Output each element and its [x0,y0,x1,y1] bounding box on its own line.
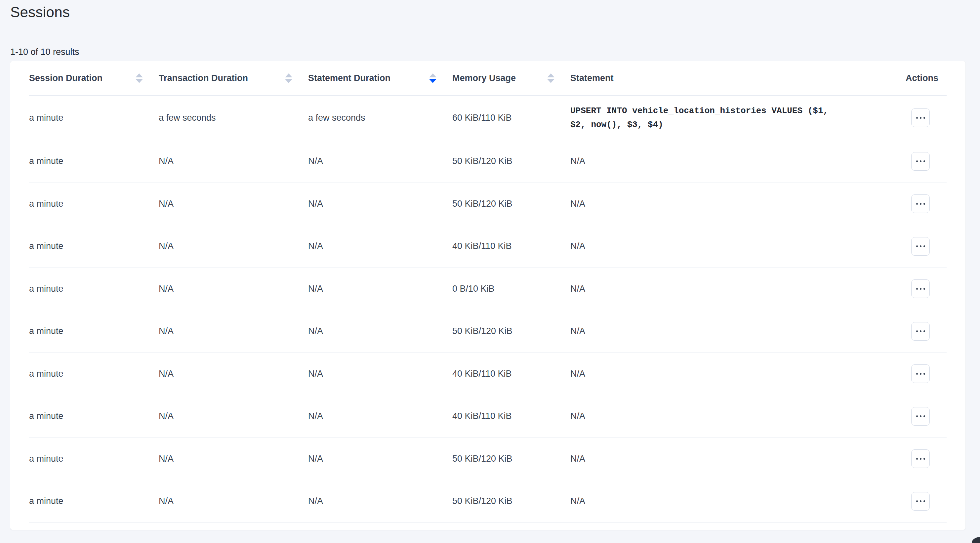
screen-corner-artifact [972,537,980,543]
ellipsis-icon [920,373,921,375]
cell-memory-usage: 0 B/10 KiB [452,284,570,294]
page-title: Sessions [10,3,70,22]
ellipsis-icon [916,245,918,247]
ellipsis-icon [920,245,921,247]
table-header-row: Session DurationTransaction DurationStat… [29,61,947,96]
cell-statement: N/A [570,156,905,166]
cell-transaction-duration: N/A [159,369,308,379]
sort-desc-arrow [285,79,292,83]
table-row: a minuteN/AN/A40 KiB/110 KiBN/A [29,225,947,268]
ellipsis-icon [920,500,921,502]
session-actions-button[interactable] [911,279,930,298]
table-row: a minutea few secondsa few seconds60 KiB… [29,96,947,140]
ellipsis-icon [920,288,921,290]
ellipsis-icon [923,117,925,119]
ellipsis-icon [923,160,925,162]
cell-statement-duration: N/A [308,284,452,294]
column-header-session-duration[interactable]: Session Duration [29,61,159,95]
cell-statement: N/A [570,284,905,294]
session-actions-button[interactable] [911,407,930,425]
table-row: a minuteN/AN/A50 KiB/120 KiBN/A [29,310,947,353]
ellipsis-icon [916,203,918,205]
sort-desc-arrow [547,79,554,83]
ellipsis-icon [923,416,925,417]
cell-statement-duration: N/A [308,326,452,336]
cell-statement-duration: N/A [308,454,452,464]
ellipsis-icon [916,416,918,417]
session-actions-button[interactable] [911,449,930,468]
column-header-label: Statement Duration [308,73,390,83]
session-actions-button[interactable] [911,152,930,170]
cell-transaction-duration: N/A [159,411,308,421]
cell-transaction-duration: N/A [159,496,308,506]
cell-session-duration: a minute [29,496,159,506]
cell-actions [905,237,947,256]
cell-memory-usage: 60 KiB/110 KiB [452,113,570,123]
ellipsis-icon [920,416,921,417]
sort-icon [135,73,143,83]
column-header-statement-duration[interactable]: Statement Duration [308,61,452,95]
cell-actions [905,449,947,468]
cell-session-duration: a minute [29,454,159,464]
column-header-actions: Actions [905,61,947,95]
cell-memory-usage: 40 KiB/110 KiB [452,241,570,251]
table-row: a minuteN/AN/A50 KiB/120 KiBN/A [29,140,947,183]
ellipsis-icon [916,117,918,119]
ellipsis-icon [920,458,921,460]
cell-actions [905,492,947,511]
ellipsis-icon [923,203,925,205]
cell-session-duration: a minute [29,241,159,251]
cell-memory-usage: 50 KiB/120 KiB [452,496,570,506]
sort-asc-arrow [135,73,143,77]
cell-transaction-duration: a few seconds [159,113,308,123]
cell-statement-duration: N/A [308,411,452,421]
ellipsis-icon [916,500,918,502]
ellipsis-icon [916,330,918,332]
cell-memory-usage: 50 KiB/120 KiB [452,199,570,209]
cell-statement-duration: a few seconds [308,113,452,123]
cell-statement: UPSERT INTO vehicle_location_histories V… [570,104,838,132]
cell-statement-duration: N/A [308,496,452,506]
cell-session-duration: a minute [29,326,159,336]
cell-statement: N/A [570,496,905,506]
ellipsis-icon [916,288,918,290]
session-actions-button[interactable] [911,194,930,213]
ellipsis-icon [920,117,921,119]
ellipsis-icon [923,330,925,332]
table-row: a minuteN/AN/A50 KiB/120 KiBN/A [29,480,947,523]
cell-statement-duration: N/A [308,156,452,166]
sort-asc-arrow [429,73,436,77]
cell-transaction-duration: N/A [159,326,308,336]
cell-statement-duration: N/A [308,199,452,209]
cell-session-duration: a minute [29,411,159,421]
results-count: 1-10 of 10 results [10,46,80,57]
session-actions-button[interactable] [911,237,930,256]
cell-session-duration: a minute [29,369,159,379]
column-header-memory-usage[interactable]: Memory Usage [452,61,570,95]
cell-statement-duration: N/A [308,241,452,251]
ellipsis-icon [916,458,918,460]
sort-desc-arrow [429,79,436,83]
session-actions-button[interactable] [911,108,930,127]
cell-session-duration: a minute [29,113,159,123]
column-header-transaction-duration[interactable]: Transaction Duration [159,61,308,95]
ellipsis-icon [923,245,925,247]
sort-asc-arrow [285,73,292,77]
ellipsis-icon [923,288,925,290]
cell-actions [905,407,947,425]
cell-memory-usage: 50 KiB/120 KiB [452,156,570,166]
session-actions-button[interactable] [911,322,930,341]
column-header-label: Actions [905,73,938,83]
ellipsis-icon [920,160,921,162]
table-row: a minuteN/AN/A0 B/10 KiBN/A [29,268,947,311]
ellipsis-icon [916,160,918,162]
cell-statement: N/A [570,326,905,336]
session-actions-button[interactable] [911,365,930,383]
cell-memory-usage: 40 KiB/110 KiB [452,411,570,421]
cell-session-duration: a minute [29,156,159,166]
cell-session-duration: a minute [29,284,159,294]
ellipsis-icon [923,500,925,502]
cell-session-duration: a minute [29,199,159,209]
session-actions-button[interactable] [911,492,930,511]
cell-actions [905,194,947,213]
